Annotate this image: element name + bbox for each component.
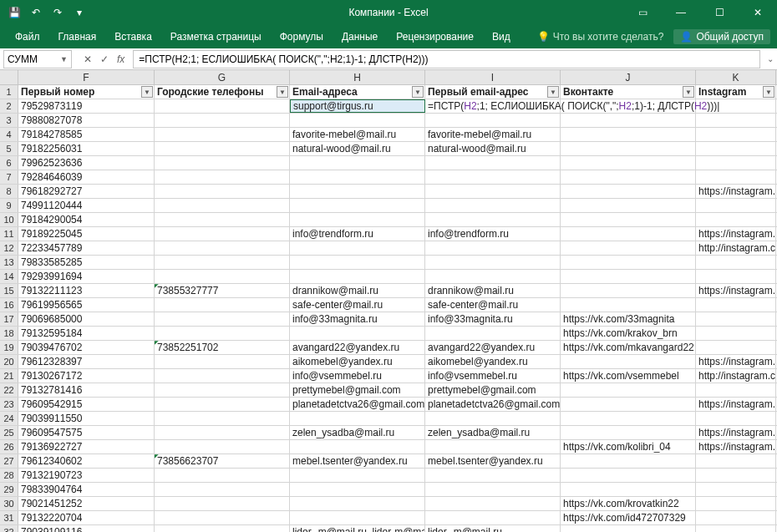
cell[interactable] xyxy=(425,469,561,482)
cell[interactable] xyxy=(290,327,425,340)
cell[interactable] xyxy=(696,213,776,226)
cell[interactable]: 79618292727 xyxy=(18,185,155,198)
cell[interactable]: natural-wood@mail.ru xyxy=(290,142,425,155)
row-header[interactable]: 17 xyxy=(0,312,18,326)
cell[interactable]: drannikow@mail.ru xyxy=(290,284,425,297)
tell-me-search[interactable]: 💡 Что вы хотите сделать? xyxy=(537,31,664,43)
cell[interactable]: 79130267172 xyxy=(18,369,155,383)
row-header[interactable]: 19 xyxy=(0,341,18,354)
cell[interactable]: natural-wood@mail.ru xyxy=(425,142,561,155)
cell[interactable] xyxy=(425,156,561,170)
row-header[interactable]: 7 xyxy=(0,170,18,184)
row-header[interactable]: 23 xyxy=(0,398,18,411)
cell[interactable] xyxy=(155,525,290,532)
cell[interactable]: mebel.tsenter@yandex.ru xyxy=(425,454,561,468)
cell[interactable]: https://vk.com/kolibri_04 xyxy=(561,440,696,453)
cell[interactable] xyxy=(696,525,776,532)
minimize-button[interactable]: — xyxy=(662,0,700,25)
row-header[interactable]: 24 xyxy=(0,412,18,425)
cell[interactable] xyxy=(425,327,561,340)
table-header-G[interactable]: Городские телефоны▼ xyxy=(155,85,290,99)
cell[interactable] xyxy=(425,241,561,255)
cell[interactable] xyxy=(425,199,561,212)
cell[interactable] xyxy=(290,170,425,184)
cell[interactable]: https://vk.com/33magnita xyxy=(561,312,696,326)
qat-dropdown-icon[interactable]: ▾ xyxy=(70,3,89,22)
cell[interactable]: https://instagram.co xyxy=(696,284,776,297)
ribbon-options-icon[interactable]: ▭ xyxy=(623,0,662,25)
cell[interactable]: aikomebel@yandex.ru xyxy=(425,355,561,368)
row-header[interactable]: 30 xyxy=(0,497,18,510)
cell[interactable] xyxy=(290,511,425,524)
cell[interactable]: favorite-mebel@mail.ru xyxy=(290,128,425,141)
row-header[interactable]: 26 xyxy=(0,440,18,453)
cell[interactable]: 79136922727 xyxy=(18,440,155,453)
cell[interactable] xyxy=(696,142,776,155)
cell[interactable]: 79284646039 xyxy=(18,170,155,184)
table-header-F[interactable]: Первый номер▼ xyxy=(18,85,155,99)
cell[interactable]: 79184278585 xyxy=(18,128,155,141)
cell[interactable] xyxy=(155,156,290,170)
cell[interactable] xyxy=(290,114,425,127)
cell[interactable]: 79833904764 xyxy=(18,483,155,496)
cell[interactable]: 79182256031 xyxy=(18,142,155,155)
cell[interactable]: 79833585285 xyxy=(18,256,155,269)
cell[interactable] xyxy=(155,142,290,155)
cell[interactable] xyxy=(155,469,290,482)
cell[interactable] xyxy=(696,383,776,397)
cell[interactable] xyxy=(155,256,290,269)
cell[interactable]: info@trendform.ru xyxy=(290,227,425,241)
row-header[interactable]: 29 xyxy=(0,483,18,496)
cell[interactable]: 79039476702 xyxy=(18,341,155,354)
cell[interactable] xyxy=(155,383,290,397)
cell[interactable]: lider--m@mail.ru xyxy=(425,525,561,532)
row-header[interactable]: 13 xyxy=(0,256,18,269)
cell[interactable] xyxy=(561,142,696,155)
tab-file[interactable]: Файл xyxy=(7,27,48,47)
cell[interactable]: lider--m@mail.ru, lider-m@mai xyxy=(290,525,425,532)
cell[interactable] xyxy=(696,511,776,524)
cell[interactable] xyxy=(155,327,290,340)
cell[interactable]: avangard22@yandex.ru xyxy=(425,341,561,354)
row-header[interactable]: 10 xyxy=(0,213,18,226)
cell[interactable] xyxy=(696,341,776,354)
cell[interactable] xyxy=(561,227,696,241)
cell[interactable] xyxy=(155,227,290,241)
cell[interactable]: ◤73856623707 xyxy=(155,454,290,468)
cell[interactable] xyxy=(561,270,696,283)
row-header[interactable]: 32 xyxy=(0,525,18,532)
cell[interactable] xyxy=(290,469,425,482)
cell[interactable] xyxy=(561,454,696,468)
row-header[interactable]: 2 xyxy=(0,99,18,113)
cell[interactable]: https://instagram.co xyxy=(696,185,776,198)
cell[interactable]: 79132595184 xyxy=(18,327,155,340)
cell[interactable] xyxy=(155,355,290,368)
cell[interactable] xyxy=(425,256,561,269)
cell[interactable]: 79132211123 xyxy=(18,284,155,297)
cell[interactable] xyxy=(561,483,696,496)
cell[interactable] xyxy=(155,99,290,113)
cell[interactable] xyxy=(155,270,290,283)
row-header[interactable]: 14 xyxy=(0,270,18,283)
column-header-J[interactable]: J xyxy=(561,70,696,84)
cell[interactable] xyxy=(155,312,290,326)
cell[interactable] xyxy=(696,483,776,496)
cell[interactable]: http://instagram.con xyxy=(696,369,776,383)
cell[interactable] xyxy=(561,412,696,425)
filter-button[interactable]: ▼ xyxy=(683,86,694,98)
cell[interactable]: 79609547575 xyxy=(18,426,155,439)
column-header-F[interactable]: F xyxy=(18,70,155,84)
cell[interactable] xyxy=(561,199,696,212)
cell[interactable]: ◤73852251702 xyxy=(155,341,290,354)
tab-home[interactable]: Главная xyxy=(50,27,105,47)
cell[interactable] xyxy=(290,483,425,496)
cell[interactable] xyxy=(561,241,696,255)
cell[interactable] xyxy=(561,525,696,532)
cell[interactable] xyxy=(561,185,696,198)
formula-input[interactable]: =ПСТР(H2;1; ЕСЛИОШИБКА( ПОИСК(",";H2;1)-… xyxy=(133,50,760,68)
cell[interactable]: https://instagram.co xyxy=(696,398,776,411)
cell[interactable] xyxy=(155,511,290,524)
cell[interactable] xyxy=(696,270,776,283)
cell[interactable]: ◤73855327777 xyxy=(155,284,290,297)
cell[interactable] xyxy=(561,128,696,141)
